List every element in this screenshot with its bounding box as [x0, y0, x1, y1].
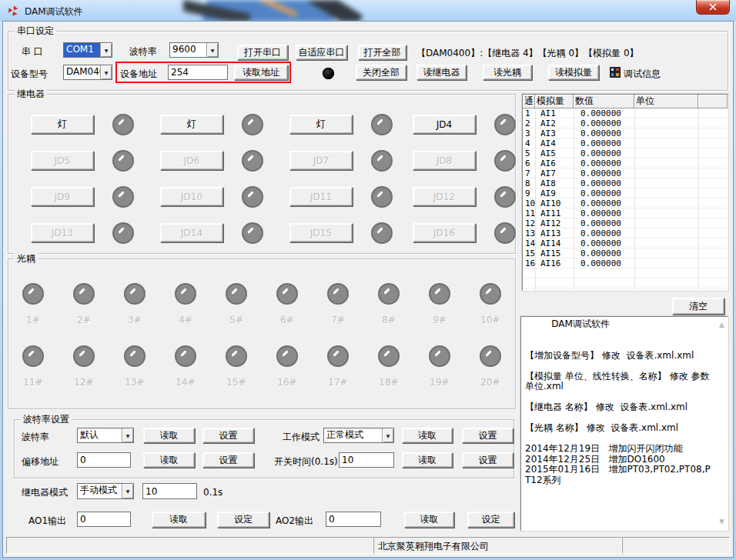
relay-button[interactable]: 灯: [31, 115, 94, 134]
ao1-input[interactable]: [77, 512, 131, 527]
cell-analog-name: AI12: [535, 218, 574, 228]
relay-button[interactable]: JD8: [413, 151, 476, 170]
ao1-read-button[interactable]: 读取: [152, 512, 206, 528]
dropdown-arrow-icon[interactable]: ▼: [100, 43, 112, 57]
offset-address-input[interactable]: [77, 452, 131, 468]
status-bar-cell-left: [6, 537, 373, 554]
relay-led-indicator: [242, 114, 263, 135]
open-all-button[interactable]: 打开全部: [358, 45, 406, 60]
address-input[interactable]: [168, 65, 228, 80]
scroll-up-icon[interactable]: ▲: [719, 322, 724, 328]
relay-interval-input[interactable]: [142, 483, 197, 499]
relay-button[interactable]: JD7: [289, 151, 353, 170]
scroll-down-icon[interactable]: ▼: [719, 518, 724, 525]
opto-led-indicator: [73, 345, 95, 367]
client-area: 串口设定 串 口 COM1 ▼ 波特率 9600 ▼ 打开串口 自适应串口 打开…: [3, 22, 733, 557]
switch-time-input[interactable]: [339, 452, 394, 468]
cell-extra: [698, 108, 728, 118]
ao2-set-button[interactable]: 设定: [467, 512, 514, 528]
switch-time-read-button[interactable]: 读取: [402, 452, 453, 468]
dropdown-arrow-icon[interactable]: ▼: [100, 65, 112, 79]
cell-unit: [634, 128, 698, 138]
relay-led-indicator: [112, 150, 134, 172]
port-combobox[interactable]: COM1 ▼: [63, 42, 112, 58]
opto-led-indicator: [22, 345, 44, 367]
relay-mode-combobox[interactable]: 手动模式 ▼: [77, 483, 134, 499]
cell-analog-name: AI6: [535, 158, 574, 168]
title-bar[interactable]: DAM调试软件: [0, 0, 736, 22]
relay-button[interactable]: JD16: [413, 223, 476, 242]
read-address-button[interactable]: 读取地址: [234, 65, 288, 80]
dropdown-arrow-icon[interactable]: ▼: [206, 43, 218, 57]
relay-button[interactable]: JD6: [160, 151, 223, 170]
relay-button[interactable]: JD10: [160, 187, 223, 206]
comm-status-indicator: [323, 68, 334, 79]
close-icon: [708, 3, 718, 11]
relay-led-indicator: [494, 186, 516, 208]
cell-value: 0.000000: [574, 218, 634, 228]
opto-cell: 14#: [160, 345, 211, 408]
baud-combobox[interactable]: 9600 ▼: [169, 42, 219, 58]
debug-info-icon[interactable]: [610, 67, 621, 78]
offset-set-button[interactable]: 设置: [202, 452, 254, 468]
clear-log-button[interactable]: 清空: [672, 298, 724, 315]
baud-setting-combobox[interactable]: 默认 ▼: [77, 428, 134, 443]
model-combobox[interactable]: DAM0400 ▼: [63, 65, 112, 80]
log-text: DAM调试软件 【增加设备型号】 修改 设备表.xml.xml 【模拟量 单位、…: [525, 319, 715, 528]
opto-led-indicator: [429, 283, 450, 305]
read-relay-button[interactable]: 读继电器: [417, 65, 467, 80]
work-mode-read-button[interactable]: 读取: [402, 428, 453, 443]
close-button[interactable]: [696, 0, 730, 15]
baud-set-button[interactable]: 设置: [202, 428, 254, 443]
relay-button[interactable]: JD13: [31, 223, 94, 242]
relay-button[interactable]: JD4: [413, 115, 476, 134]
cell-value: 0.000000: [574, 208, 634, 218]
baud-read-button[interactable]: 读取: [143, 428, 195, 443]
relay-button[interactable]: JD15: [289, 223, 353, 242]
opto-cell: 20#: [465, 345, 516, 408]
relay-cell: JD10: [152, 178, 282, 215]
relay-button[interactable]: JD11: [289, 187, 353, 206]
open-serial-button[interactable]: 打开串口: [237, 45, 288, 60]
cell-analog-name: AI3: [535, 128, 574, 138]
debug-info-label[interactable]: 调试信息: [624, 68, 661, 80]
opto-led-indicator: [175, 345, 196, 367]
cell-channel: 4: [523, 138, 535, 148]
cell-channel: 1: [523, 108, 535, 118]
baud-setting-value: 默认: [78, 428, 122, 442]
ao1-set-button[interactable]: 设定: [217, 512, 269, 528]
relay-led-indicator: [494, 114, 516, 135]
relay-button[interactable]: JD5: [31, 151, 94, 170]
work-mode-set-button[interactable]: 设置: [462, 428, 514, 443]
relay-button[interactable]: JD14: [160, 223, 223, 242]
relay-button[interactable]: 灯: [160, 115, 223, 134]
adaptive-serial-button[interactable]: 自适应串口: [296, 45, 347, 60]
ao1-label: AO1输出: [28, 515, 66, 527]
ao2-input[interactable]: [326, 512, 381, 527]
relay-button[interactable]: JD9: [31, 187, 94, 206]
cell-channel: 11: [523, 208, 535, 218]
titlebar-glass-background: [183, 0, 368, 22]
switch-time-set-button[interactable]: 设置: [462, 452, 514, 468]
dropdown-arrow-icon[interactable]: ▼: [122, 428, 133, 442]
cell-channel: 3: [523, 128, 535, 138]
dropdown-arrow-icon[interactable]: ▼: [382, 428, 393, 442]
cell-value: 0.000000: [574, 148, 634, 158]
opto-led-indicator: [429, 345, 450, 367]
relay-button[interactable]: 灯: [289, 115, 353, 134]
offset-read-button[interactable]: 读取: [143, 452, 195, 468]
company-name: 北京聚英翱翔电子有限公司: [378, 540, 489, 553]
close-all-button[interactable]: 关闭全部: [356, 65, 406, 80]
ao2-read-button[interactable]: 读取: [404, 512, 454, 528]
cell-analog-name: AI10: [535, 198, 574, 208]
work-mode-combobox[interactable]: 正常模式 ▼: [323, 428, 394, 443]
read-analog-button[interactable]: 读模拟量: [548, 65, 599, 80]
relay-cell: JD16: [405, 215, 516, 251]
log-textarea[interactable]: DAM调试软件 【增加设备型号】 修改 设备表.xml.xml 【模拟量 单位、…: [520, 316, 728, 531]
read-opto-button[interactable]: 读光耦: [483, 65, 532, 80]
relay-button[interactable]: JD12: [413, 187, 476, 206]
dropdown-arrow-icon[interactable]: ▼: [122, 484, 133, 498]
offset-address-label: 偏移地址: [22, 455, 59, 468]
opto-led-label: 2#: [77, 315, 91, 325]
cell-analog-name: AI11: [535, 208, 574, 218]
